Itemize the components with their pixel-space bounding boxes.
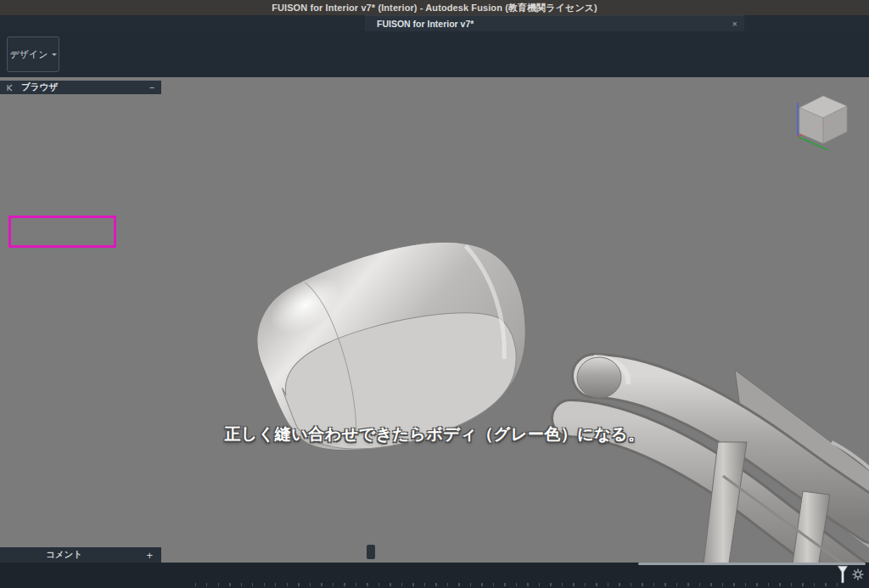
- browser-title: ブラウザ: [21, 81, 58, 93]
- workspace-label: デザイン: [9, 48, 48, 61]
- minimize-panel-icon[interactable]: −: [149, 82, 154, 92]
- window-title: FUISON for Interior v7* (Interior) - Aut…: [0, 2, 869, 14]
- timeline-scrollbar[interactable]: [638, 563, 866, 565]
- chevron-down-icon: [52, 53, 57, 56]
- collapse-panel-icon[interactable]: [7, 84, 14, 92]
- timeline-bar: [0, 563, 869, 588]
- timeline-ruler: [195, 583, 840, 586]
- browser-panel: ブラウザ −: [0, 81, 170, 97]
- document-tab-close-icon[interactable]: ×: [732, 19, 737, 29]
- browser-header: ブラウザ −: [0, 81, 161, 94]
- comment-panel-title: コメント: [46, 549, 146, 561]
- document-tab[interactable]: FUISON for Interior v7* ×: [365, 15, 744, 31]
- add-comment-button[interactable]: +: [146, 549, 153, 562]
- document-tab-title: FUISON for Interior v7*: [377, 19, 727, 29]
- view-navigation-bar: [367, 545, 375, 559]
- view-cube[interactable]: [779, 84, 857, 155]
- timeline-marker-icon[interactable]: [837, 565, 849, 584]
- 3d-model-scene: [0, 77, 869, 563]
- model-viewport[interactable]: 正しく縫い合わせできたらボディ（グレー色）になる。 ブラウザ: [0, 77, 869, 563]
- tutorial-caption: 正しく縫い合わせできたらボディ（グレー色）になる。: [224, 423, 644, 445]
- chair-frame-model: [570, 357, 869, 563]
- ribbon-toolbar: デザイン: [0, 31, 869, 77]
- quick-access-bar: FUISON for Interior v7* ×: [0, 15, 869, 31]
- workspace-selector-button[interactable]: デザイン: [7, 36, 59, 72]
- fusion-app: FUISON for Interior v7* (Interior) - Aut…: [0, 0, 869, 588]
- comment-panel-bar[interactable]: コメント +: [0, 547, 161, 563]
- gear-icon[interactable]: [852, 568, 864, 580]
- window-titlebar: FUISON for Interior v7* (Interior) - Aut…: [0, 0, 869, 15]
